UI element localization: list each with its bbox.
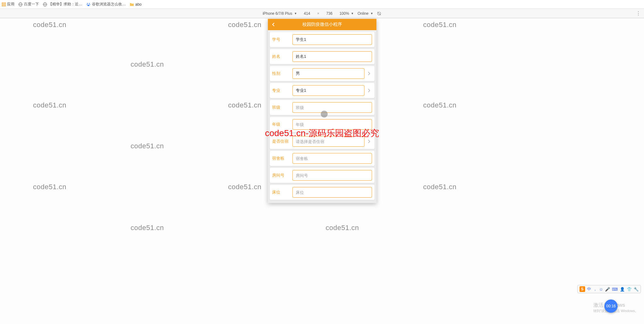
field-label: 专业 [272, 88, 292, 93]
watermark: code51.cn [33, 183, 66, 191]
chevron-left-icon [271, 22, 276, 27]
field-label: 姓名 [272, 54, 292, 59]
bookmark-label: abo [135, 2, 142, 7]
field-label: 宿舍栋 [272, 156, 292, 161]
bookmark-abo[interactable]: abo [130, 2, 142, 7]
chevron-right-icon[interactable] [366, 71, 372, 76]
svg-rect-1 [3, 3, 4, 3]
chevron-right-icon[interactable] [366, 139, 372, 144]
watermark: code51.cn [228, 101, 261, 109]
dorm-select[interactable] [296, 139, 361, 144]
field-label: 性别 [272, 71, 292, 76]
field-label: 房间号 [272, 173, 292, 178]
watermark: code51.cn [33, 101, 66, 109]
dimension-width[interactable]: 414 [301, 11, 313, 16]
bookmark-label: 谷歌浏览器怎么收… [92, 2, 126, 7]
watermark: code51.cn [131, 60, 164, 69]
svg-rect-2 [5, 3, 6, 3]
ime-toolbar[interactable]: S 中 ， ☺ 🎤 ⌨ 👤 👕 🔧 [577, 285, 641, 293]
grade-input[interactable] [296, 122, 368, 127]
bed-input[interactable] [296, 190, 368, 195]
watermark: code51.cn [423, 183, 456, 191]
bookmarks-bar: 应用 百度一下 【精华】求助：近… 谷歌浏览器怎么收… abo [0, 0, 644, 9]
input-wrap[interactable] [292, 153, 372, 164]
bookmark-jinghua[interactable]: 【精华】求助：近… [43, 2, 82, 7]
svg-point-18 [89, 4, 90, 5]
field-dorm-select: 是否住宿 [270, 134, 374, 149]
svg-point-17 [87, 4, 87, 5]
device-name: iPhone 6/7/8 Plus [263, 11, 292, 16]
input-wrap[interactable] [292, 136, 364, 147]
watermark: code51.cn [423, 21, 456, 29]
chevron-right-icon[interactable] [366, 88, 372, 93]
rotate-icon[interactable] [377, 11, 381, 16]
ime-skin-icon: 👕 [627, 287, 632, 292]
watermark: code51.cn [33, 21, 66, 29]
globe-icon [18, 2, 23, 7]
apps-grid-icon [2, 3, 6, 6]
watermark: code51.cn [131, 142, 164, 150]
video-timestamp-bubble[interactable]: 00:16 [604, 299, 618, 313]
input-wrap[interactable] [292, 51, 372, 62]
bookmark-google-ext[interactable]: 谷歌浏览器怎么收… [86, 2, 126, 7]
device-select[interactable]: iPhone 6/7/8 Plus▼ [263, 11, 297, 16]
sogou-icon: S [580, 286, 585, 292]
field-room: 房间号 [270, 168, 374, 183]
apps-label: 应用 [7, 2, 14, 7]
kebab-menu-icon[interactable]: ⋮ [636, 10, 641, 16]
svg-rect-8 [5, 5, 6, 6]
input-wrap[interactable] [292, 34, 372, 45]
watermark: code51.cn [228, 183, 261, 191]
svg-rect-7 [3, 5, 4, 6]
field-label: 是否住宿 [272, 139, 292, 144]
field-grade: 年级 [270, 117, 374, 132]
input-wrap[interactable] [292, 102, 372, 113]
ime-user-icon: 👤 [620, 287, 625, 292]
ime-toolbox-icon: 🔧 [634, 287, 639, 292]
dimension-separator: × [317, 11, 319, 16]
dimension-height[interactable]: 736 [323, 11, 336, 16]
field-dorm-building: 宿舍栋 [270, 151, 374, 166]
video-time: 00:16 [606, 304, 616, 308]
svg-point-19 [87, 4, 89, 6]
form: 学号 姓名 性别 专业 [268, 32, 376, 203]
ime-emoji-icon: ☺ [599, 287, 603, 292]
class-input[interactable] [296, 105, 368, 110]
bookmark-label: 【精华】求助：近… [48, 2, 82, 7]
name-input[interactable] [296, 54, 368, 59]
svg-point-15 [87, 3, 88, 4]
throttling-select[interactable]: Online▼ [358, 11, 373, 16]
back-button[interactable] [268, 19, 279, 30]
bookmark-baidu[interactable]: 百度一下 [18, 2, 39, 7]
device-frame: 校园防疫微信小程序 学号 姓名 性别 [268, 19, 376, 203]
watermark: code51.cn [131, 224, 164, 232]
ime-punct-icon: ， [593, 286, 597, 292]
input-wrap[interactable] [292, 187, 372, 198]
svg-rect-4 [3, 4, 4, 5]
student-id-input[interactable] [296, 37, 368, 42]
watermark: code51.cn [326, 224, 359, 232]
room-input[interactable] [296, 173, 368, 178]
input-wrap[interactable] [292, 68, 364, 79]
field-name: 姓名 [270, 49, 374, 64]
input-wrap[interactable] [292, 170, 372, 181]
field-label: 年级 [272, 122, 292, 127]
input-wrap[interactable] [292, 85, 364, 96]
field-bed: 床位 [270, 185, 374, 200]
field-class: 班级 [270, 100, 374, 115]
zoom-select[interactable]: 100%▼ [339, 11, 354, 16]
watermark: code51.cn [423, 101, 456, 109]
major-select[interactable] [296, 88, 361, 93]
ime-cn-label: 中 [587, 286, 591, 292]
svg-rect-6 [2, 5, 3, 6]
caret-down-icon: ▼ [294, 12, 297, 15]
apps-button[interactable]: 应用 [2, 2, 14, 7]
input-wrap[interactable] [292, 119, 372, 130]
gender-select[interactable] [296, 71, 361, 76]
folder-icon [130, 2, 134, 7]
field-label: 学号 [272, 37, 292, 42]
svg-rect-3 [2, 4, 3, 5]
dorm-building-input[interactable] [296, 156, 368, 161]
ime-mic-icon: 🎤 [605, 287, 610, 292]
caret-down-icon: ▼ [351, 12, 354, 15]
